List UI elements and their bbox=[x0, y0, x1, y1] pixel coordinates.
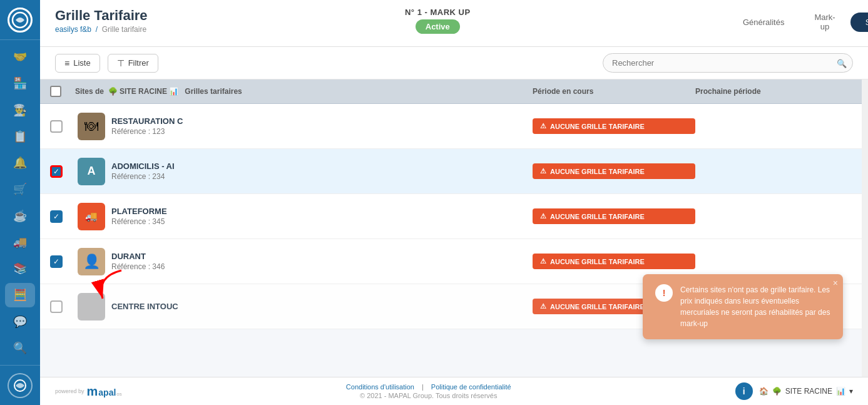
list-icon: ≡ bbox=[64, 58, 69, 68]
footer-pipe: | bbox=[422, 383, 424, 391]
footer: powered by m apal os Conditions d'utilis… bbox=[40, 377, 868, 405]
row-checkbox-4[interactable] bbox=[50, 255, 75, 268]
sidebar-logo bbox=[0, 0, 40, 40]
sidebar-item-clipboard[interactable]: 📋 bbox=[5, 125, 35, 148]
chart-icon: 📊 bbox=[836, 387, 845, 396]
warning-icon-adomicilis: ⚠ bbox=[540, 167, 546, 175]
header-center: N° 1 - MARK UP Active bbox=[405, 8, 471, 34]
row-ref-plateforme: Référence : 345 bbox=[111, 217, 167, 226]
info-icon[interactable]: i bbox=[735, 382, 753, 400]
toast-icon: ! bbox=[655, 284, 673, 302]
mapal-wordmark: m apal os bbox=[87, 384, 122, 399]
page-title: Grille Tarifaire bbox=[55, 8, 148, 24]
politique-link[interactable]: Politique de confidentialité bbox=[431, 383, 511, 391]
row-info-centre: CENTRE INTOUC bbox=[75, 293, 533, 320]
footer-right: i 🏠 🌳 SITE RACINE 📊 ▾ bbox=[735, 382, 853, 400]
row-text-plateforme: PLATEFORME Référence : 345 bbox=[111, 207, 167, 226]
warning-durant: ⚠ AUCUNE GRILLE TARIFAIRE bbox=[533, 254, 695, 269]
row-ref-durant: Référence : 346 bbox=[111, 262, 165, 271]
row-name-adomicilis: ADOMICILIS - AI bbox=[111, 161, 175, 171]
select-all-checkbox[interactable] bbox=[50, 86, 61, 97]
warning-text-centre: AUCUNE GRILLE TARIFAIRE bbox=[550, 303, 645, 310]
scrollbar-track[interactable] bbox=[862, 79, 868, 377]
row-checkbox-5[interactable] bbox=[50, 300, 75, 313]
sidebar-item-analytics[interactable]: 🔍 bbox=[5, 336, 35, 360]
warning-badge-adomicilis: ⚠ AUCUNE GRILLE TARIFAIRE bbox=[533, 163, 695, 179]
breadcrumb-separator: / bbox=[96, 25, 98, 34]
row-checkbox-3[interactable] bbox=[50, 210, 75, 223]
sidebar-item-cart[interactable]: 🛒 bbox=[5, 177, 35, 201]
checkbox-durant[interactable] bbox=[50, 255, 63, 268]
sidebar-item-handshake[interactable]: 🤝 bbox=[5, 45, 35, 69]
avatar-plateforme: 🚚 bbox=[78, 203, 105, 230]
warning-icon-centre: ⚠ bbox=[540, 302, 546, 310]
tab-markup[interactable]: Mark-up bbox=[799, 8, 850, 36]
app-logo[interactable] bbox=[8, 8, 33, 33]
status-badge: Active bbox=[416, 19, 460, 34]
avatar-centre bbox=[78, 293, 105, 320]
sidebar-nav: 🤝 🏪 👨‍🍳 📋 🔔 🛒 ☕ 🚚 📚 🧮 💬 🔍 bbox=[5, 40, 35, 365]
mapal-m-letter: m bbox=[87, 384, 98, 399]
header-top: Grille Tarifaire easilys f&b / Grille ta… bbox=[55, 8, 853, 41]
row-text-durant: DURANT Référence : 346 bbox=[111, 252, 165, 271]
powered-by-text: powered by bbox=[55, 388, 84, 395]
chevron-down-icon: ▾ bbox=[849, 387, 853, 396]
checkbox-plateforme[interactable] bbox=[50, 210, 63, 223]
table-area: Sites de 🌳 SITE RACINE 📊 Grilles tarifai… bbox=[40, 79, 868, 377]
sidebar-item-chef[interactable]: 👨‍🍳 bbox=[5, 98, 35, 122]
sidebar-item-calculator[interactable]: 🧮 bbox=[5, 283, 35, 307]
search-input[interactable] bbox=[603, 53, 853, 73]
site-name: SITE RACINE bbox=[785, 387, 832, 396]
checkbox-adomicilis[interactable] bbox=[50, 165, 63, 178]
sidebar-item-store[interactable]: 🏪 bbox=[5, 71, 35, 95]
footer-site-selector[interactable]: 🏠 🌳 SITE RACINE 📊 ▾ bbox=[759, 387, 853, 396]
row-name-plateforme: PLATEFORME bbox=[111, 207, 167, 216]
row-name-restauration: RESTAURATION C bbox=[111, 116, 183, 126]
header-right: Généralités Mark-up Sites bbox=[728, 8, 853, 41]
toast-notification: ! Certains sites n'ont pas de grille tar… bbox=[643, 274, 843, 339]
row-info-restauration: 🍽 RESTAURATION C Référence : 123 bbox=[75, 113, 533, 140]
sidebar-item-layers[interactable]: 📚 bbox=[5, 257, 35, 280]
row-text-restauration: RESTAURATION C Référence : 123 bbox=[111, 116, 183, 136]
toast-close-button[interactable]: × bbox=[833, 278, 838, 288]
sidebar-item-coffee[interactable]: ☕ bbox=[5, 204, 35, 228]
avatar-adomicilis: A bbox=[78, 158, 105, 185]
row-info-plateforme: 🚚 PLATEFORME Référence : 345 bbox=[75, 203, 533, 230]
row-text-adomicilis: ADOMICILIS - AI Référence : 234 bbox=[111, 161, 175, 181]
sidebar-item-truck[interactable]: 🚚 bbox=[5, 230, 35, 254]
warning-badge-durant: ⚠ AUCUNE GRILLE TARIFAIRE bbox=[533, 254, 695, 269]
tab-generalites[interactable]: Généralités bbox=[728, 13, 799, 32]
breadcrumb-home[interactable]: easilys f&b bbox=[55, 25, 91, 34]
warning-icon-restauration: ⚠ bbox=[540, 122, 546, 130]
sidebar-item-chat[interactable]: 💬 bbox=[5, 310, 35, 334]
sidebar-item-bell[interactable]: 🔔 bbox=[5, 151, 35, 175]
row-name-centre: CENTRE INTOUC bbox=[111, 302, 178, 311]
warning-adomicilis: ⚠ AUCUNE GRILLE TARIFAIRE bbox=[533, 163, 695, 179]
row-ref-restauration: Référence : 123 bbox=[111, 127, 183, 136]
table-row: 🚚 PLATEFORME Référence : 345 ⚠ AUCUNE GR… bbox=[40, 194, 868, 239]
table-header: Sites de 🌳 SITE RACINE 📊 Grilles tarifai… bbox=[40, 79, 868, 104]
header-checkbox-cell bbox=[50, 86, 75, 97]
table-row: A ADOMICILIS - AI Référence : 234 ⚠ AUCU… bbox=[40, 149, 868, 194]
search-icon: 🔍 bbox=[837, 58, 847, 68]
header-title-section: Grille Tarifaire easilys f&b / Grille ta… bbox=[55, 8, 148, 34]
toast-text: Certains sites n'ont pas de grille tarif… bbox=[680, 284, 830, 329]
footer-center: Conditions d'utilisation | Politique de … bbox=[346, 383, 511, 399]
row-ref-adomicilis: Référence : 234 bbox=[111, 172, 175, 181]
col-periode: Période en cours bbox=[533, 87, 695, 96]
sidebar-user-logo[interactable] bbox=[8, 373, 33, 398]
row-checkbox-1[interactable] bbox=[50, 120, 75, 133]
row-checkbox-2[interactable] bbox=[50, 165, 75, 178]
tab-sites[interactable]: Sites bbox=[850, 13, 868, 32]
conditions-link[interactable]: Conditions d'utilisation bbox=[346, 383, 414, 391]
footer-left: powered by m apal os bbox=[55, 384, 122, 399]
filter-icon: ⊤ bbox=[117, 58, 125, 68]
warning-plateforme: ⚠ AUCUNE GRILLE TARIFAIRE bbox=[533, 208, 695, 224]
checkbox-restauration[interactable] bbox=[50, 120, 63, 133]
footer-copyright: © 2021 - MAPAL Group. Tous droits réserv… bbox=[346, 392, 511, 399]
warning-text-adomicilis: AUCUNE GRILLE TARIFAIRE bbox=[550, 168, 645, 175]
warning-text-durant: AUCUNE GRILLE TARIFAIRE bbox=[550, 258, 645, 265]
checkbox-centre[interactable] bbox=[50, 300, 63, 313]
filtrer-button[interactable]: ⊤ Filtrer bbox=[108, 54, 158, 73]
liste-button[interactable]: ≡ Liste bbox=[55, 54, 100, 73]
